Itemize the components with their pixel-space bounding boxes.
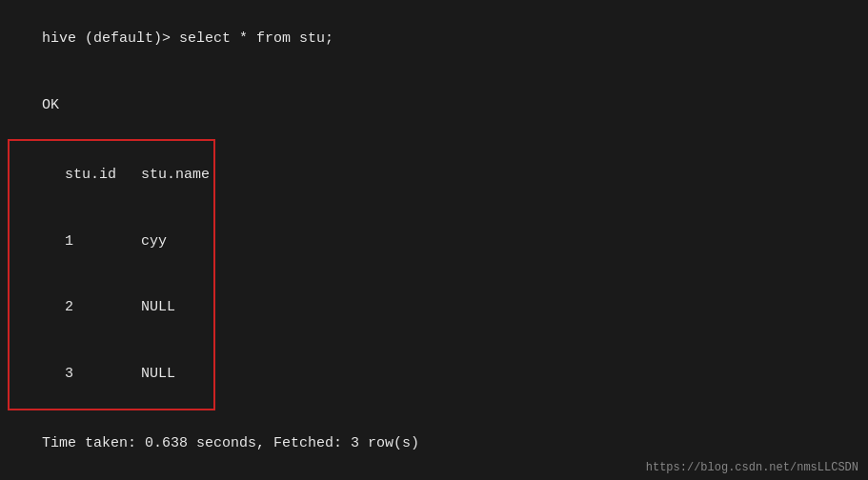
table1-r1-c1: 1 <box>65 230 141 252</box>
table1-header-row: stu.idstu.name <box>13 142 210 209</box>
line-ok-1: OK <box>8 72 860 139</box>
table1-row-3: 3NULL <box>13 341 210 408</box>
table1-row-1: 1cyy <box>13 208 210 274</box>
table1-r1-c2: cyy <box>141 233 167 250</box>
cmd-1: select * from stu; <box>179 30 333 47</box>
table-1-block: stu.idstu.name 1cyy 2NULL 3NULL <box>8 139 215 410</box>
terminal: hive (default)> select * from stu; OK st… <box>0 0 868 480</box>
table1-r3-c2: NULL <box>141 366 175 382</box>
watermark: https://blog.csdn.net/nmsLLCSDN <box>646 461 858 474</box>
prompt-1: hive (default)> <box>42 30 179 47</box>
table1-col1-header: stu.id <box>65 164 141 186</box>
line-2: hive (default)> select name, NVL(name,'s… <box>8 476 860 480</box>
table1-col2-header: stu.name <box>141 167 210 183</box>
table1-r2-c2: NULL <box>141 299 175 315</box>
line-1: hive (default)> select * from stu; <box>8 6 860 72</box>
table1-row-2: 2NULL <box>13 274 210 341</box>
table1-r2-c1: 2 <box>65 296 141 318</box>
ok-text-1: OK <box>42 97 59 113</box>
table1-r3-c1: 3 <box>65 363 141 385</box>
timing-text-1: Time taken: 0.638 seconds, Fetched: 3 ro… <box>42 435 419 451</box>
